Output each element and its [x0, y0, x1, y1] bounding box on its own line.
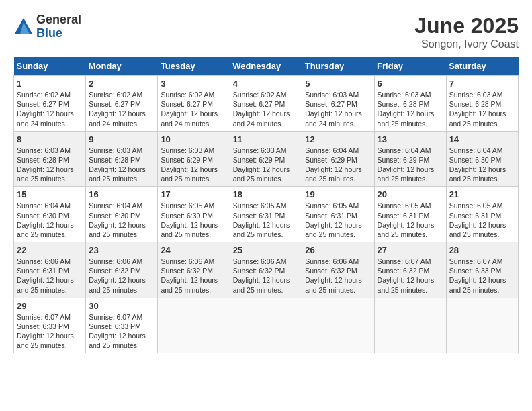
day-info: Sunrise: 6:05 AMSunset: 6:31 PMDaylight:…: [233, 201, 300, 239]
day-info: Sunrise: 6:03 AMSunset: 6:28 PMDaylight:…: [449, 90, 515, 128]
day-number: 7: [449, 79, 515, 89]
day-info: Sunrise: 6:07 AMSunset: 6:33 PMDaylight:…: [449, 257, 515, 295]
calendar-cell: 24Sunrise: 6:06 AMSunset: 6:32 PMDayligh…: [158, 242, 230, 298]
calendar-cell: 29Sunrise: 6:07 AMSunset: 6:33 PMDayligh…: [14, 298, 86, 353]
calendar-week-row: 29Sunrise: 6:07 AMSunset: 6:33 PMDayligh…: [14, 298, 519, 353]
day-info: Sunrise: 6:02 AMSunset: 6:27 PMDaylight:…: [233, 90, 300, 128]
calendar-cell: 16Sunrise: 6:04 AMSunset: 6:30 PMDayligh…: [86, 187, 158, 242]
calendar-cell: 8Sunrise: 6:03 AMSunset: 6:28 PMDaylight…: [14, 131, 86, 187]
day-number: 4: [233, 79, 300, 89]
calendar-cell: 10Sunrise: 6:03 AMSunset: 6:29 PMDayligh…: [158, 131, 230, 187]
day-number: 22: [17, 245, 83, 255]
logo-blue: Blue: [36, 27, 81, 40]
day-number: 20: [378, 189, 443, 199]
logo-text: General Blue: [36, 13, 81, 40]
logo-general: General: [36, 13, 81, 27]
day-info: Sunrise: 6:03 AMSunset: 6:28 PMDaylight:…: [89, 146, 154, 184]
calendar-header-row: Sunday Monday Tuesday Wednesday Thursday…: [14, 57, 519, 76]
day-number: 11: [233, 134, 300, 144]
day-info: Sunrise: 6:02 AMSunset: 6:27 PMDaylight:…: [89, 90, 154, 128]
calendar-cell: 19Sunrise: 6:05 AMSunset: 6:31 PMDayligh…: [302, 187, 374, 242]
day-number: 9: [89, 134, 154, 144]
day-info: Sunrise: 6:07 AMSunset: 6:32 PMDaylight:…: [378, 257, 443, 295]
calendar-cell: 14Sunrise: 6:04 AMSunset: 6:30 PMDayligh…: [446, 131, 518, 187]
day-info: Sunrise: 6:06 AMSunset: 6:32 PMDaylight:…: [161, 257, 226, 295]
day-number: 1: [17, 79, 83, 89]
day-number: 26: [305, 245, 371, 255]
day-info: Sunrise: 6:04 AMSunset: 6:30 PMDaylight:…: [449, 146, 515, 184]
calendar-cell: [302, 298, 374, 353]
day-number: 23: [89, 245, 154, 255]
calendar-cell: 12Sunrise: 6:04 AMSunset: 6:29 PMDayligh…: [302, 131, 374, 187]
calendar-week-row: 15Sunrise: 6:04 AMSunset: 6:30 PMDayligh…: [14, 187, 519, 242]
calendar-week-row: 22Sunrise: 6:06 AMSunset: 6:31 PMDayligh…: [14, 242, 519, 298]
day-info: Sunrise: 6:02 AMSunset: 6:27 PMDaylight:…: [161, 90, 226, 128]
day-info: Sunrise: 6:06 AMSunset: 6:31 PMDaylight:…: [17, 257, 83, 295]
calendar-cell: 2Sunrise: 6:02 AMSunset: 6:27 PMDaylight…: [86, 76, 158, 132]
header-saturday: Saturday: [446, 57, 518, 76]
header-wednesday: Wednesday: [230, 57, 302, 76]
day-info: Sunrise: 6:03 AMSunset: 6:28 PMDaylight:…: [17, 146, 83, 184]
day-info: Sunrise: 6:04 AMSunset: 6:29 PMDaylight:…: [305, 146, 371, 184]
day-number: 6: [378, 79, 443, 89]
header-tuesday: Tuesday: [158, 57, 230, 76]
calendar-week-row: 1Sunrise: 6:02 AMSunset: 6:27 PMDaylight…: [14, 76, 519, 132]
day-info: Sunrise: 6:07 AMSunset: 6:33 PMDaylight:…: [89, 312, 154, 351]
day-info: Sunrise: 6:04 AMSunset: 6:29 PMDaylight:…: [378, 146, 443, 184]
calendar-cell: 30Sunrise: 6:07 AMSunset: 6:33 PMDayligh…: [86, 298, 158, 353]
calendar-cell: 11Sunrise: 6:03 AMSunset: 6:29 PMDayligh…: [230, 131, 302, 187]
main-title: June 2025: [414, 13, 519, 38]
subtitle: Songon, Ivory Coast: [414, 38, 519, 50]
calendar-cell: 22Sunrise: 6:06 AMSunset: 6:31 PMDayligh…: [14, 242, 86, 298]
page-header: General Blue June 2025 Songon, Ivory Coa…: [13, 13, 519, 50]
day-number: 29: [17, 301, 83, 311]
day-number: 12: [305, 134, 371, 144]
calendar-cell: 17Sunrise: 6:05 AMSunset: 6:30 PMDayligh…: [158, 187, 230, 242]
day-number: 25: [233, 245, 300, 255]
day-info: Sunrise: 6:06 AMSunset: 6:32 PMDaylight:…: [233, 257, 300, 295]
calendar-cell: 13Sunrise: 6:04 AMSunset: 6:29 PMDayligh…: [374, 131, 446, 187]
day-info: Sunrise: 6:03 AMSunset: 6:27 PMDaylight:…: [305, 90, 371, 128]
day-info: Sunrise: 6:03 AMSunset: 6:29 PMDaylight:…: [161, 146, 226, 184]
calendar-cell: 21Sunrise: 6:05 AMSunset: 6:31 PMDayligh…: [446, 187, 518, 242]
day-info: Sunrise: 6:02 AMSunset: 6:27 PMDaylight:…: [17, 90, 83, 128]
day-number: 15: [17, 189, 83, 199]
calendar-cell: [158, 298, 230, 353]
day-number: 19: [305, 189, 371, 199]
calendar-cell: 1Sunrise: 6:02 AMSunset: 6:27 PMDaylight…: [14, 76, 86, 132]
title-block: June 2025 Songon, Ivory Coast: [414, 13, 519, 50]
calendar-cell: 18Sunrise: 6:05 AMSunset: 6:31 PMDayligh…: [230, 187, 302, 242]
calendar-cell: [446, 298, 518, 353]
day-number: 2: [89, 79, 154, 89]
day-info: Sunrise: 6:05 AMSunset: 6:31 PMDaylight:…: [305, 201, 371, 239]
calendar-cell: 4Sunrise: 6:02 AMSunset: 6:27 PMDaylight…: [230, 76, 302, 132]
calendar-cell: 27Sunrise: 6:07 AMSunset: 6:32 PMDayligh…: [374, 242, 446, 298]
day-number: 5: [305, 79, 371, 89]
day-info: Sunrise: 6:04 AMSunset: 6:30 PMDaylight:…: [89, 201, 154, 239]
day-info: Sunrise: 6:03 AMSunset: 6:28 PMDaylight:…: [378, 90, 443, 128]
day-info: Sunrise: 6:05 AMSunset: 6:30 PMDaylight:…: [161, 201, 226, 239]
day-info: Sunrise: 6:05 AMSunset: 6:31 PMDaylight:…: [378, 201, 443, 239]
day-number: 24: [161, 245, 226, 255]
header-friday: Friday: [374, 57, 446, 76]
day-number: 13: [378, 134, 443, 144]
logo-icon: [13, 17, 34, 37]
calendar-cell: 25Sunrise: 6:06 AMSunset: 6:32 PMDayligh…: [230, 242, 302, 298]
day-info: Sunrise: 6:07 AMSunset: 6:33 PMDaylight:…: [17, 312, 83, 351]
day-number: 8: [17, 134, 83, 144]
calendar-cell: 23Sunrise: 6:06 AMSunset: 6:32 PMDayligh…: [86, 242, 158, 298]
day-info: Sunrise: 6:05 AMSunset: 6:31 PMDaylight:…: [449, 201, 515, 239]
calendar-cell: 9Sunrise: 6:03 AMSunset: 6:28 PMDaylight…: [86, 131, 158, 187]
header-thursday: Thursday: [302, 57, 374, 76]
calendar-cell: 6Sunrise: 6:03 AMSunset: 6:28 PMDaylight…: [374, 76, 446, 132]
calendar-cell: 26Sunrise: 6:06 AMSunset: 6:32 PMDayligh…: [302, 242, 374, 298]
calendar-cell: 28Sunrise: 6:07 AMSunset: 6:33 PMDayligh…: [446, 242, 518, 298]
day-number: 18: [233, 189, 300, 199]
header-sunday: Sunday: [14, 57, 86, 76]
day-number: 16: [89, 189, 154, 199]
day-number: 3: [161, 79, 226, 89]
calendar-cell: [230, 298, 302, 353]
calendar-week-row: 8Sunrise: 6:03 AMSunset: 6:28 PMDaylight…: [14, 131, 519, 187]
calendar: Sunday Monday Tuesday Wednesday Thursday…: [13, 57, 519, 353]
calendar-cell: 15Sunrise: 6:04 AMSunset: 6:30 PMDayligh…: [14, 187, 86, 242]
